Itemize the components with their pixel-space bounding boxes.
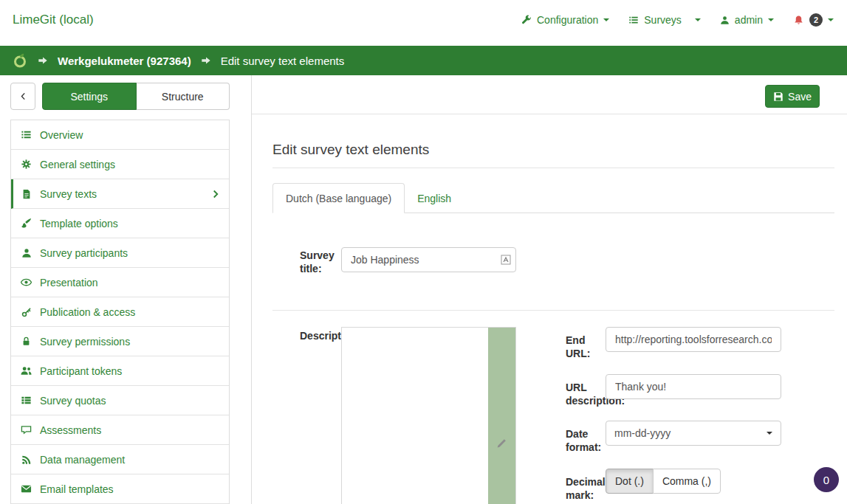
content-toolbar: Save [252,75,847,114]
survey-title-input[interactable] [341,247,516,272]
list-alt-icon [20,395,32,406]
decimal-dot-button[interactable]: Dot (.) [606,469,654,494]
limesurvey-logo[interactable] [12,52,28,69]
end-url-label: End URL: [566,334,608,360]
envelope-icon [20,483,32,494]
tab-dutch-base-language[interactable]: Dutch (Base language) [272,183,405,213]
sidebar-item-overview[interactable]: Overview [11,120,229,150]
survey-title-label: Survey title: [300,249,343,275]
language-tabs: Dutch (Base language) English [272,183,834,213]
tab-structure[interactable]: Structure [137,83,230,110]
collapse-sidebar-button[interactable] [10,83,35,110]
decimal-mark-label: Decimal mark: [566,475,608,502]
nav-surveys[interactable]: Surveys [628,14,682,26]
description-editor[interactable] [341,327,516,504]
save-button-label: Save [788,91,812,103]
sidebar-item-label: Email templates [40,483,114,495]
url-description-input[interactable] [606,374,781,399]
user-icon [720,15,730,25]
nav-configuration-label: Configuration [537,14,598,26]
decimal-mark-button-group: Dot (.) Comma (,) [606,469,721,494]
brush-icon [20,218,32,229]
sidebar-item-presentation[interactable]: Presentation [11,268,229,297]
nav-surveys-label: Surveys [644,14,682,26]
wrench-icon [521,15,532,25]
breadcrumb: Werkgelukmeter (927364) Edit survey text… [0,46,847,75]
eye-icon [20,277,32,288]
sidebar-item-survey-quotas[interactable]: Survey quotas [11,386,229,415]
select-caret-icon [767,432,772,435]
sidebar-item-label: Survey texts [40,188,97,200]
rss-icon [20,455,32,465]
date-format-selected-value: mm-dd-yyyy [614,427,671,439]
sidebar-item-label: Data management [40,454,125,466]
popup-editor-icon[interactable] [501,255,511,265]
surveys-dropdown-caret-icon[interactable] [695,18,701,21]
key-icon [20,307,32,317]
sidebar-menu: Overview General settings Survey texts [10,120,230,504]
end-url-field-wrap [606,327,781,352]
sidebar-item-label: Survey quotas [40,395,106,407]
caret-down-icon [768,18,774,21]
caret-down-icon [828,18,834,21]
caret-down-icon [603,18,609,21]
url-description-label: URL description: [566,381,608,407]
editor-expand-gutter[interactable] [488,328,515,504]
sidebar: Settings Structure Overview General sett… [10,83,230,504]
gears-icon [20,159,32,170]
tab-english[interactable]: English [405,183,464,213]
nav-admin-label: admin [735,14,763,26]
comment-icon [20,424,32,435]
sidebar-item-participant-tokens[interactable]: Participant tokens [11,356,229,386]
list-icon [20,129,32,140]
sidebar-item-label: Publication & access [40,306,135,318]
user-icon [20,248,32,258]
bell-icon [793,15,804,26]
survey-title-field-wrap [341,247,516,272]
tab-settings[interactable]: Settings [42,83,137,110]
page-title: Edit survey text elements [272,142,834,168]
nav-notifications[interactable]: 2 [793,13,834,27]
topbar: LimeGit (local) Configuration Surveys ad… [0,0,847,46]
sidebar-item-template-options[interactable]: Template options [11,209,229,238]
nav-admin[interactable]: admin [720,14,774,26]
sidebar-item-survey-permissions[interactable]: Survey permissions [11,327,229,356]
nav-surveys-group: Surveys [628,14,701,26]
end-url-input[interactable] [606,327,781,352]
sidebar-item-label: Participant tokens [40,365,122,377]
decimal-comma-button[interactable]: Comma (,) [653,469,721,494]
list-icon [628,15,639,25]
nav-configuration[interactable]: Configuration [521,14,609,26]
sidebar-item-label: Assessments [40,424,101,436]
sidebar-item-email-templates[interactable]: Email templates [11,474,229,504]
brand-link[interactable]: LimeGit (local) [13,13,94,27]
save-button[interactable]: Save [765,85,820,108]
sidebar-item-assessments[interactable]: Assessments [11,415,229,445]
sidebar-item-label: Survey participants [40,247,128,259]
users-icon [20,365,32,376]
lock-icon [20,336,32,346]
notification-count-badge: 2 [809,13,823,27]
sidebar-item-data-management[interactable]: Data management [11,445,229,474]
sidebar-item-survey-texts[interactable]: Survey texts [11,179,229,209]
file-text-icon [20,189,32,199]
pencil-icon [495,438,507,449]
sidebar-item-publication-access[interactable]: Publication & access [11,297,229,327]
sidebar-item-label: Presentation [40,277,98,289]
arrow-right-icon [38,55,48,66]
chevron-left-icon [19,92,27,100]
sidebar-item-label: General settings [40,159,115,170]
sidebar-item-label: Overview [40,129,83,141]
description-label: Description: [300,329,343,342]
breadcrumb-survey-link[interactable]: Werkgelukmeter (927364) [58,55,191,67]
sidebar-item-label: Survey permissions [40,336,130,348]
survey-texts-form: Survey title: Description: End URL: URL … [252,213,847,504]
top-navigation: Configuration Surveys admin 2 [521,13,834,27]
sidebar-item-survey-participants[interactable]: Survey participants [11,238,229,268]
sidebar-item-general-settings[interactable]: General settings [11,150,229,179]
form-divider [272,310,834,311]
chevron-right-icon [211,190,220,199]
notification-bubble[interactable]: 0 [814,467,839,492]
date-format-select[interactable]: mm-dd-yyyy [606,421,781,446]
main-content: Save Edit survey text elements Dutch (Ba… [251,75,847,504]
